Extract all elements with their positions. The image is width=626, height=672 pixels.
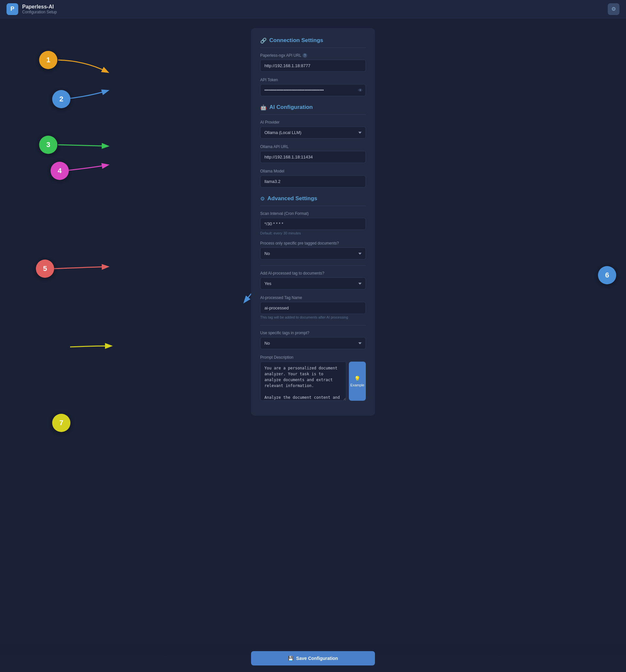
ai-config-icon: 🤖: [260, 104, 267, 111]
brand-icon: P: [6, 3, 18, 15]
example-bulb-icon: 💡: [354, 376, 361, 382]
prompt-field-group: Prompt Description You are a personalize…: [260, 355, 366, 401]
api-token-input[interactable]: [260, 84, 366, 96]
example-button-label: Example: [351, 383, 364, 387]
save-icon: 💾: [288, 656, 293, 661]
ollama-url-field-group: Ollama API URL: [260, 144, 366, 163]
example-button[interactable]: 💡 Example: [349, 362, 366, 401]
advanced-icon: ⚙: [260, 196, 265, 202]
annotation-bubble-4: 4: [51, 162, 69, 180]
paperless-url-field-group: Paperless-ngx API URL ?: [260, 53, 366, 72]
annotation-bubble-7: 7: [52, 414, 70, 432]
nav-gear-button[interactable]: ⚙: [608, 3, 620, 15]
ai-configuration-header: 🤖 AI Configuration: [260, 104, 366, 115]
pre-tagged-field-group: Process only specific pre tagged documen…: [260, 241, 366, 260]
add-tag-field-group: Add AI-processed tag to documents? Yes N…: [260, 271, 366, 290]
connection-settings-header: 🔗 Connection Settings: [260, 37, 366, 48]
main-content: 1 2 3 4 5 6 7 🔗 Connection Settings Pape…: [0, 18, 626, 442]
scan-interval-input[interactable]: [260, 218, 366, 230]
app-name: Paperless-AI: [22, 4, 57, 10]
annotation-bubble-5: 5: [36, 260, 54, 278]
prompt-label: Prompt Description: [260, 355, 366, 360]
divider-1: [260, 265, 366, 266]
pre-tagged-select[interactable]: No Yes: [260, 247, 366, 260]
tag-name-hint: This tag will be added to documents afte…: [260, 315, 366, 319]
api-token-label: API Token: [260, 78, 366, 82]
advanced-settings-section: ⚙ Advanced Settings Scan Interval (Cron …: [260, 195, 366, 401]
ai-provider-select[interactable]: Ollama (Local LLM) OpenAI Anthropic Cust…: [260, 126, 366, 139]
connection-icon: 🔗: [260, 38, 267, 44]
specific-tags-select[interactable]: No Yes: [260, 337, 366, 349]
tag-name-input[interactable]: [260, 302, 366, 314]
annotation-bubble-2: 2: [52, 90, 70, 108]
ai-configuration-section: 🤖 AI Configuration AI Provider Ollama (L…: [260, 104, 366, 188]
brand: P Paperless-AI Configuration Setup: [6, 3, 57, 15]
scan-interval-label: Scan Interval (Cron Format): [260, 211, 366, 216]
annotation-bubble-3: 3: [39, 136, 57, 154]
annotation-bubble-1: 1: [39, 51, 57, 69]
scan-interval-hint: Default: every 30 minutes: [260, 231, 366, 235]
tag-name-field-group: AI-processed Tag Name This tag will be a…: [260, 295, 366, 319]
prompt-textarea[interactable]: You are a personalized document analyzer…: [260, 362, 346, 401]
scan-interval-field-group: Scan Interval (Cron Format) Default: eve…: [260, 211, 366, 235]
ollama-model-label: Ollama Model: [260, 169, 366, 173]
config-panel: 🔗 Connection Settings Paperless-ngx API …: [251, 28, 375, 416]
connection-settings-title: Connection Settings: [269, 37, 323, 44]
ai-provider-field-group: AI Provider Ollama (Local LLM) OpenAI An…: [260, 120, 366, 139]
add-tag-select[interactable]: Yes No: [260, 278, 366, 290]
api-token-eye-icon[interactable]: 👁: [358, 88, 363, 93]
brand-text: Paperless-AI Configuration Setup: [22, 4, 57, 14]
pre-tagged-label: Process only specific pre tagged documen…: [260, 241, 366, 245]
paperless-url-help-icon[interactable]: ?: [303, 53, 307, 58]
ai-provider-label: AI Provider: [260, 120, 366, 124]
ollama-model-field-group: Ollama Model: [260, 169, 366, 188]
ollama-url-input[interactable]: [260, 151, 366, 163]
divider-2: [260, 325, 366, 326]
paperless-url-input[interactable]: [260, 60, 366, 72]
navbar: P Paperless-AI Configuration Setup ⚙: [0, 0, 626, 18]
add-tag-label: Add AI-processed tag to documents?: [260, 271, 366, 275]
annotation-bubble-6: 6: [598, 266, 616, 284]
advanced-settings-title: Advanced Settings: [267, 195, 317, 202]
app-subtitle: Configuration Setup: [22, 10, 57, 14]
specific-tags-label: Use specific tags in prompt?: [260, 331, 366, 335]
advanced-settings-header: ⚙ Advanced Settings: [260, 195, 366, 206]
api-token-input-wrapper: 👁: [260, 84, 366, 96]
save-label: Save Configuration: [296, 656, 338, 661]
tag-name-label: AI-processed Tag Name: [260, 295, 366, 300]
paperless-url-label: Paperless-ngx API URL ?: [260, 53, 366, 58]
ollama-url-label: Ollama API URL: [260, 144, 366, 149]
specific-tags-field-group: Use specific tags in prompt? No Yes: [260, 331, 366, 349]
api-token-field-group: API Token 👁: [260, 78, 366, 96]
save-button-wrapper: 💾 Save Configuration: [0, 645, 626, 672]
connection-settings-section: 🔗 Connection Settings Paperless-ngx API …: [260, 37, 366, 96]
ollama-model-input[interactable]: [260, 175, 366, 188]
ai-configuration-title: AI Configuration: [269, 104, 313, 111]
save-configuration-button[interactable]: 💾 Save Configuration: [251, 651, 375, 666]
prompt-area-wrapper: You are a personalized document analyzer…: [260, 362, 366, 401]
